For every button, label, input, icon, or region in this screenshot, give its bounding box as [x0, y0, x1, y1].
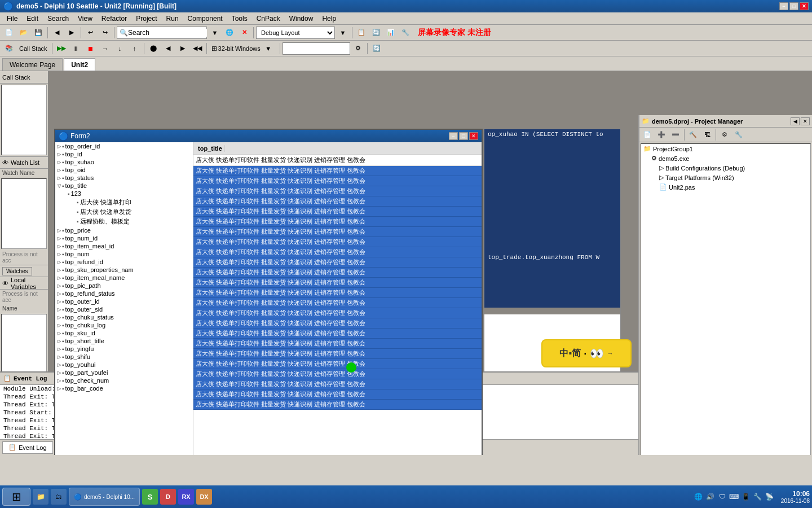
taskbar-app-dx[interactable]: DX [196, 489, 212, 505]
tree-item[interactable]: ▷▪top_sku_properties_nam [55, 266, 193, 274]
search-input[interactable] [128, 29, 207, 37]
config-input[interactable] [283, 42, 350, 55]
data-row[interactable]: 店大侠 快递单打印软件 批量发货 快递识别 进销存管理 包教会 [193, 268, 482, 278]
data-row[interactable]: 店大侠 快递单打印软件 批量发货 快递识别 进销存管理 包教会 [193, 379, 482, 389]
tb-globe[interactable]: 🌐 [223, 27, 236, 39]
search-box[interactable]: 🔍 [117, 27, 207, 39]
data-row[interactable]: 店大侠 快递单打印软件 批量发货 快递识别 进销存管理 包教会 [193, 389, 482, 400]
tb-back[interactable]: ◀ [50, 27, 64, 39]
data-row[interactable]: 店大侠 快递单打印软件 批量发货 快递识别 进销存管理 包教会 [193, 349, 482, 359]
tree-item[interactable]: ▷▪top_order_id [55, 142, 193, 150]
data-row[interactable]: 店大侠 快递单打印软件 批量发货 快递识别 进销存管理 包教会 [193, 308, 482, 318]
tree-item[interactable]: ▷▪top_short_title [55, 337, 193, 345]
taskbar-app-files[interactable]: 🗂 [51, 489, 67, 505]
menu-project[interactable]: Project [131, 14, 161, 24]
project-tree-item[interactable]: ▷Build Configurations (Debug) [641, 163, 810, 173]
proj-tb-build[interactable]: 🏗 [700, 129, 714, 141]
tab-unit2[interactable]: Unit2 [64, 58, 95, 71]
tree-item[interactable]: ▷▪top_chuku_log [55, 321, 193, 329]
tab-welcome[interactable]: Welcome Page [2, 58, 63, 71]
tree-item[interactable]: ▷▪top_part_youfei [55, 369, 193, 376]
project-tree[interactable]: 📁ProjectGroup1⚙demo5.exe▷Build Configura… [641, 143, 811, 455]
project-panel-btn2[interactable]: ✕ [801, 117, 810, 125]
form2-tree[interactable]: ▷▪top_order_id▷▪top_id▷▪top_xuhao▷▪top_o… [55, 142, 193, 455]
tb2-config-icon[interactable]: ⚙ [351, 42, 365, 55]
data-row[interactable]: 店大侠 快递单打印软件 批量发货 快递识别 进销存管理 包教会 [193, 196, 482, 207]
tb-icon1[interactable]: 📋 [355, 27, 368, 39]
project-panel-btn1[interactable]: ◀ [791, 117, 800, 125]
tb2-nav1[interactable]: ◀ [161, 42, 175, 55]
tree-item[interactable]: ▷▪top_refund_id [55, 258, 193, 266]
tray-icon-4[interactable]: 📡 [765, 492, 775, 502]
proj-tb-cfg[interactable]: ⚙ [718, 129, 731, 141]
data-row[interactable]: 店大侠 快递单打印软件 批量发货 快递识别 进销存管理 包教会 [193, 247, 482, 257]
tree-item[interactable]: ▷▪top_chuku_status [55, 313, 193, 321]
tab-event-log[interactable]: 📋 Event Log [2, 441, 53, 454]
project-tree-item[interactable]: 📁ProjectGroup1 [641, 144, 810, 154]
project-tree-item[interactable]: ⚙demo5.exe [641, 154, 810, 163]
data-row[interactable]: 店大侠 快递单打印软件 批量发货 快递识别 进销存管理 包教会 [193, 329, 482, 339]
data-row[interactable]: 店大侠 快递单打印软件 批量发货 快递识别 进销存管理 包教会 [193, 166, 482, 176]
tree-item[interactable]: ▷▪top_refund_status [55, 290, 193, 297]
tb-x-red[interactable]: ✕ [237, 27, 251, 39]
tb-open[interactable]: 📂 [17, 27, 30, 39]
taskbar-app-folder[interactable]: 📁 [33, 489, 48, 505]
tb-forward[interactable]: ▶ [65, 27, 78, 39]
data-row[interactable]: 店大侠 快递单打印软件 批量发货 快递识别 进销存管理 包教会 [193, 298, 482, 308]
tray-icon-2[interactable]: 📱 [741, 492, 751, 502]
tb2-refresh[interactable]: 🔄 [370, 42, 383, 55]
minimize-button[interactable]: − [779, 2, 788, 10]
menu-run[interactable]: Run [162, 14, 183, 24]
tree-item[interactable]: ▷▪top_check_num [55, 376, 193, 384]
menu-edit[interactable]: Edit [22, 14, 43, 24]
tree-item[interactable]: ▷▪top_status [55, 174, 193, 182]
tb-new[interactable]: 📄 [2, 27, 16, 39]
tb2-run[interactable]: ▶▶ [55, 42, 68, 55]
tb-save[interactable]: 💾 [32, 27, 45, 39]
tb-config[interactable]: ▼ [336, 27, 350, 39]
tb2-bp[interactable]: ⬤ [147, 42, 160, 55]
tree-item[interactable]: ▷▪top_bar_code [55, 384, 193, 392]
menu-window[interactable]: Window [285, 14, 318, 24]
tb2-into[interactable]: ↓ [113, 42, 127, 55]
tree-item[interactable]: ▷▪top_id [55, 150, 193, 158]
clock[interactable]: 10:06 2016-11-08 [781, 490, 810, 504]
data-row[interactable]: 店大侠 快递单打印软件 批量发货 快递识别 进销存管理 包教会 [193, 288, 482, 298]
menu-search[interactable]: Search [43, 14, 73, 24]
watches-button[interactable]: Watches [2, 267, 32, 275]
tb2-callstack[interactable]: 📚 [2, 42, 16, 55]
tray-icon-3[interactable]: 🔧 [753, 492, 763, 502]
menu-component[interactable]: Component [183, 14, 227, 24]
tb2-nav3[interactable]: ◀◀ [191, 42, 204, 55]
tb2-pause[interactable]: ⏸ [69, 42, 83, 55]
tb-icon3[interactable]: 📊 [384, 27, 398, 39]
debug-layout-select[interactable]: Debug Layout [256, 27, 335, 39]
tree-item[interactable]: ▽▪top_title [55, 182, 193, 190]
menu-refactor[interactable]: Refactor [97, 14, 131, 24]
tree-item[interactable]: ▷▪top_youhui [55, 361, 193, 369]
tree-item[interactable]: ▪123 [55, 190, 193, 198]
tree-item[interactable]: ▷▪top_outer_sid [55, 305, 193, 313]
tree-item[interactable]: ▷▪top_item_meal_id [55, 242, 193, 250]
taskbar-app-rx[interactable]: RX [178, 489, 194, 505]
project-tree-item[interactable]: 📄Unit2.pas [641, 182, 810, 192]
proj-tb-opt[interactable]: 🔧 [732, 129, 745, 141]
tree-item[interactable]: ▷▪top_outer_id [55, 297, 193, 305]
tb-undo[interactable]: ↩ [83, 27, 97, 39]
data-row[interactable]: 店大侠 快递单打印软件 批量发货 快递识别 进销存管理 包教会 [193, 257, 482, 268]
form2-maximize[interactable]: □ [459, 132, 468, 140]
data-row[interactable]: 店大侠 快递单打印软件 批量发货 快递识别 进销存管理 包教会 [193, 176, 482, 186]
proj-tb-add[interactable]: ➕ [655, 129, 668, 141]
tb-icon4[interactable]: 🔧 [399, 27, 412, 39]
tray-icon-sound[interactable]: 🔊 [705, 492, 716, 502]
tree-item[interactable]: ▷▪top_sku_id [55, 329, 193, 337]
tray-icon-security[interactable]: 🛡 [717, 492, 727, 502]
tree-item[interactable]: ▪店大侠 快递单发货 [55, 207, 193, 217]
menu-help[interactable]: Help [317, 14, 341, 24]
taskbar-app-s[interactable]: S [142, 489, 158, 505]
start-button[interactable]: ⊞ [2, 488, 30, 506]
data-row[interactable]: 店大侠 快递单打印软件 批量发货 快递识别 进销存管理 包教会 [193, 359, 482, 369]
platform-dropdown[interactable]: ▼ [262, 42, 275, 55]
menu-tools[interactable]: Tools [227, 14, 252, 24]
tray-icon-network[interactable]: 🌐 [694, 492, 704, 502]
